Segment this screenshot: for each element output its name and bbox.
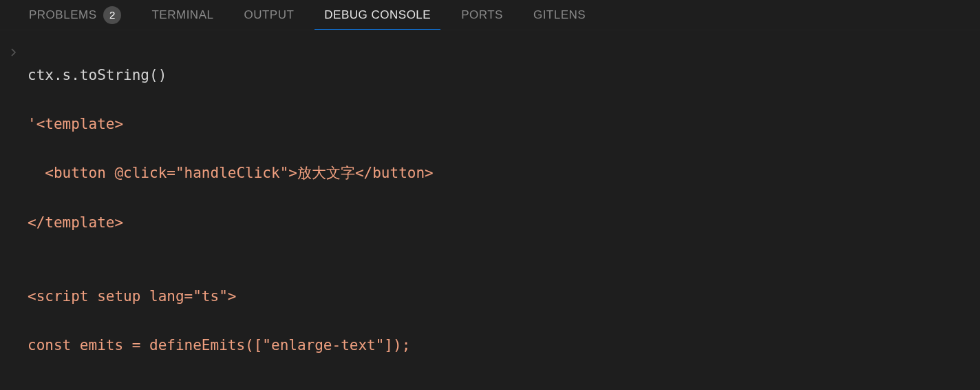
console-output-line: '<template> <box>28 112 980 137</box>
console-code-lines: ctx.s.toString() '<template> <button @cl… <box>28 39 980 390</box>
console-output-line: </template> <box>28 211 980 236</box>
console-output-line: const emits = defineEmits(["enlarge-text… <box>28 333 980 358</box>
console-entry: ctx.s.toString() '<template> <button @cl… <box>0 39 980 390</box>
tab-label: PORTS <box>461 8 503 22</box>
debug-panel: PROBLEMS 2 TERMINAL OUTPUT DEBUG CONSOLE… <box>0 0 980 390</box>
console-input-line: ctx.s.toString() <box>28 63 980 88</box>
tab-label: TERMINAL <box>151 8 213 22</box>
tab-problems[interactable]: PROBLEMS 2 <box>14 0 136 30</box>
debug-console-content[interactable]: ctx.s.toString() '<template> <button @cl… <box>0 30 980 390</box>
tab-label: OUTPUT <box>244 8 294 22</box>
entry-gutter <box>0 39 28 390</box>
tab-ports[interactable]: PORTS <box>446 0 518 30</box>
tab-label: DEBUG CONSOLE <box>324 8 431 22</box>
problems-count-badge: 2 <box>103 6 121 24</box>
chevron-right-icon <box>10 40 18 390</box>
panel-tabbar: PROBLEMS 2 TERMINAL OUTPUT DEBUG CONSOLE… <box>0 0 980 30</box>
tab-gitlens[interactable]: GITLENS <box>518 0 601 30</box>
console-output-line: <script setup lang="ts"> <box>28 285 980 309</box>
tab-terminal[interactable]: TERMINAL <box>136 0 228 30</box>
tab-label: PROBLEMS <box>29 8 96 22</box>
tab-debug-console[interactable]: DEBUG CONSOLE <box>309 0 446 30</box>
tab-output[interactable]: OUTPUT <box>228 0 309 30</box>
console-output-line: <button @click="handleClick">放大文字</butto… <box>28 161 980 186</box>
tab-label: GITLENS <box>533 8 586 22</box>
